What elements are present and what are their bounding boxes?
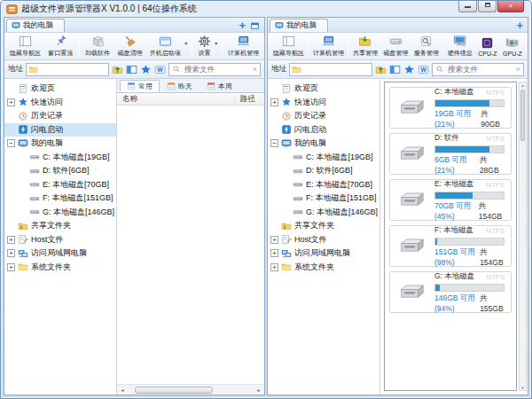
expand-icon[interactable]: + — [270, 249, 278, 257]
tree-item-history[interactable]: 历史记录 — [4, 109, 116, 123]
tree-item-drive-f[interactable]: F: 本地磁盘[151GB] — [268, 192, 379, 206]
tree-item-lightning-start[interactable]: 闪电启动 — [4, 123, 116, 137]
drive-icon — [293, 179, 303, 190]
maximize-button[interactable] — [478, 1, 497, 12]
disk-card-f[interactable]: F: 本地磁盘NTFS151GB 可用(98%)共 154GB — [389, 225, 512, 267]
expand-icon[interactable]: + — [7, 263, 15, 271]
tile-windows-button[interactable] — [250, 20, 260, 30]
startup-items-button[interactable]: 开机启动项 — [148, 34, 183, 59]
tree-item-drive-g[interactable]: G: 本地磁盘[146GB] — [4, 206, 116, 220]
file-tab-common[interactable]: 常用 — [120, 80, 160, 92]
title-bar[interactable]: 超级文件资源管理器X V1.0.0 | 64位操作系统 — [1, 1, 531, 17]
tree-item-drive-d[interactable]: D: 软件[6GB] — [268, 164, 379, 178]
share-management-button[interactable]: 共享管理 — [351, 34, 379, 59]
expand-icon[interactable]: + — [7, 236, 15, 244]
file-tab-yesterday[interactable]: 昨天 — [160, 80, 200, 92]
w-tool-button[interactable]: W — [154, 64, 166, 75]
tree-item-drive-d[interactable]: D: 软件[6GB] — [4, 164, 116, 178]
hide-nav-button[interactable]: 隐藏导航区 — [271, 34, 306, 59]
collapse-icon[interactable]: − — [7, 139, 15, 147]
column-header-name[interactable]: 名称 — [117, 94, 234, 105]
gpu-z-button[interactable]: GPU-Z — [501, 35, 524, 58]
tree-item-drive-e[interactable]: E: 本地磁盘[70GB] — [268, 178, 379, 192]
disk-card-e[interactable]: E: 本地磁盘NTFS70GB 可用(45%)共 154GB — [389, 179, 512, 221]
expand-icon[interactable]: + — [270, 98, 278, 106]
expand-icon[interactable]: + — [270, 236, 278, 244]
tree-item-drive-c[interactable]: C: 本地磁盘[19GB] — [268, 151, 379, 165]
vertical-scrollbar[interactable]: ▴ ▾ — [519, 82, 527, 391]
expand-icon[interactable]: + — [7, 249, 15, 257]
minimize-button[interactable] — [458, 1, 477, 12]
settings-button[interactable]: 设置 — [196, 34, 213, 59]
close-button[interactable]: × — [497, 1, 524, 12]
tree-item-drive-g[interactable]: G: 本地磁盘[146GB] — [268, 206, 379, 220]
add-tab-button[interactable]: + — [516, 20, 523, 30]
hardware-info-button[interactable]: 硬件信息 — [446, 34, 474, 59]
left-tab-my-computer[interactable]: 我的电脑 — [6, 19, 65, 32]
computer-management-button[interactable]: 计算机管理 — [226, 34, 261, 59]
tree-item-quick-access[interactable]: +快速访问 — [268, 96, 379, 110]
right-search-box[interactable]: × — [432, 63, 524, 76]
w-tool-button[interactable]: W — [418, 64, 429, 75]
left-search-box[interactable]: × — [168, 63, 261, 76]
tree-item-quick-access[interactable]: +快速访问 — [4, 96, 116, 110]
tree-item-system-folders[interactable]: +系统文件夹 — [268, 261, 379, 275]
scroll-up-icon[interactable]: ▴ — [521, 82, 524, 88]
disk-card-d[interactable]: D: 软件NTFS6GB 可用(21%)共 28GB — [389, 133, 512, 175]
tree-item-welcome-page[interactable]: 欢迎页 — [268, 82, 379, 96]
clear-search-icon[interactable]: × — [253, 66, 257, 74]
tree-item-host-file[interactable]: +Host文件 — [268, 233, 379, 247]
favorite-star-button[interactable] — [403, 64, 415, 75]
folder-up-button[interactable] — [112, 64, 123, 75]
uninstall-software-button[interactable]: 卸载软件 — [83, 34, 112, 59]
chevron-down-icon[interactable]: ▾ — [215, 40, 217, 46]
computer-management-button[interactable]: 计算机管理 — [311, 34, 346, 59]
tree-item-my-computer[interactable]: −我的电脑 — [268, 137, 379, 151]
cpu-z-button[interactable]: CPU-Z — [476, 35, 498, 58]
horizontal-scrollbar-thumb[interactable] — [135, 387, 213, 394]
address-input[interactable] — [289, 63, 372, 76]
right-tab-my-computer[interactable]: 我的电脑 — [270, 19, 328, 32]
vertical-scrollbar-thumb[interactable] — [520, 90, 525, 141]
column-header-path[interactable]: 路径 — [234, 94, 264, 105]
tree-item-lan-computers[interactable]: +访问局域网电脑 — [268, 246, 379, 261]
folder-up-button[interactable] — [375, 64, 387, 75]
disk-card-g[interactable]: G: 本地磁盘NTFS146GB 可用(94%)共 155GB — [389, 271, 512, 313]
scroll-down-icon[interactable]: ▾ — [521, 385, 524, 390]
tree-item-drive-e[interactable]: E: 本地磁盘[70GB] — [4, 178, 116, 192]
tree-item-lightning-start[interactable]: 闪电启动 — [268, 123, 379, 137]
file-tab-week[interactable]: 本周 — [200, 80, 239, 92]
scroll-right-icon[interactable]: ▸ — [254, 387, 264, 393]
add-tab-button[interactable]: + — [239, 20, 246, 30]
tree-item-drive-f[interactable]: F: 本地磁盘[151GB] — [4, 192, 116, 206]
address-input[interactable] — [26, 63, 109, 76]
disk-cleanup-button[interactable]: 磁盘清理 — [115, 34, 144, 59]
search-input[interactable] — [446, 64, 514, 74]
horizontal-scrollbar[interactable]: ◂ ▸ — [117, 384, 264, 395]
collapse-icon[interactable]: − — [270, 139, 278, 147]
scroll-left-icon[interactable]: ◂ — [117, 387, 128, 393]
service-management-button[interactable]: 服务管理 — [412, 34, 441, 59]
tree-item-label: 系统文件夹 — [294, 262, 334, 273]
tree-item-shared-folders[interactable]: 共享文件夹 — [268, 219, 379, 233]
expand-icon[interactable]: + — [7, 98, 15, 106]
clear-search-icon[interactable]: × — [516, 66, 520, 74]
tree-item-drive-c[interactable]: C: 本地磁盘[19GB] — [4, 151, 116, 165]
pin-window-top-button[interactable]: 窗口置顶 — [46, 34, 74, 59]
tree-item-lan-computers[interactable]: +访问局域网电脑 — [4, 246, 116, 261]
split-panel-button[interactable] — [389, 64, 401, 75]
search-input[interactable] — [183, 64, 251, 74]
favorite-star-button[interactable] — [140, 64, 152, 75]
tree-item-my-computer[interactable]: −我的电脑 — [4, 137, 116, 151]
tree-item-welcome-page[interactable]: 欢迎页 — [4, 82, 116, 96]
hide-nav-button[interactable]: 隐藏导航区 — [8, 34, 43, 59]
chevron-down-icon[interactable]: ▾ — [184, 40, 187, 46]
disk-card-c[interactable]: C: 本地磁盘NTFS19GB 可用(21%)共 90GB — [389, 87, 512, 129]
tree-item-host-file[interactable]: +Host文件 — [4, 233, 116, 247]
disk-management-button[interactable]: 磁盘管理 — [381, 34, 410, 59]
expand-icon[interactable]: + — [270, 263, 278, 271]
tree-item-system-folders[interactable]: +系统文件夹 — [4, 261, 116, 275]
tree-item-history[interactable]: 历史记录 — [268, 109, 379, 123]
split-panel-button[interactable] — [126, 64, 137, 75]
tree-item-shared-folders[interactable]: 共享文件夹 — [4, 219, 116, 233]
